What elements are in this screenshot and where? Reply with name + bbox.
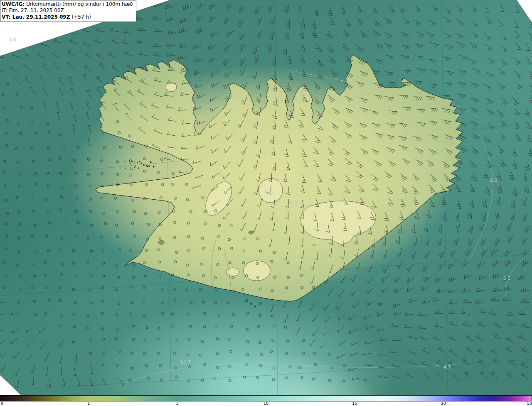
colorbar-gradient <box>0 395 532 401</box>
model-label: UWC/IG: <box>2 1 25 7</box>
colorbar-tick: 15 <box>352 401 357 406</box>
colorbar-tick: 50 <box>527 401 532 406</box>
glacier-myrdalsjokull <box>244 261 270 281</box>
glacier-eyjafjallajokull <box>226 268 239 276</box>
valid-label: VT: <box>2 14 11 20</box>
map-overlay <box>0 0 532 406</box>
colorbar-tick: 0 <box>1 401 3 406</box>
colorbar-ticks: 01510153050 <box>0 401 532 406</box>
weather-map: 3.05.75.62.45.51.12.75.510.74.7 UWC/IG: … <box>0 0 532 406</box>
colorbar: 01510153050 <box>0 395 532 406</box>
colorbar-tick: 10 <box>264 401 268 406</box>
valid-offset: (+57 h) <box>72 14 91 20</box>
init-time-line: IT: Fim. 27. 11. 2025 00Z <box>2 7 133 14</box>
iceland-coastline <box>96 55 463 301</box>
init-value: Fim. 27. 11. 2025 00Z <box>9 7 64 13</box>
colorbar-tick: 5 <box>176 401 179 406</box>
glacier-drangajokull <box>166 83 177 92</box>
map-title: Úrkomumætti (mm) og vindur i 100m hæð <box>26 1 133 7</box>
valid-value: Lau. 29.11.2025 09Z <box>12 14 70 20</box>
valid-time-line: VT: Lau. 29.11.2025 09Z (+57 h) <box>2 14 133 20</box>
colorbar-tick: 30 <box>441 401 446 406</box>
colorbar-tick: 1 <box>87 401 90 406</box>
map-title-line: UWC/IG: Úrkomumætti (mm) og vindur i 100… <box>2 1 133 7</box>
title-box: UWC/IG: Úrkomumætti (mm) og vindur i 100… <box>0 0 136 22</box>
init-label: IT: <box>2 7 7 13</box>
